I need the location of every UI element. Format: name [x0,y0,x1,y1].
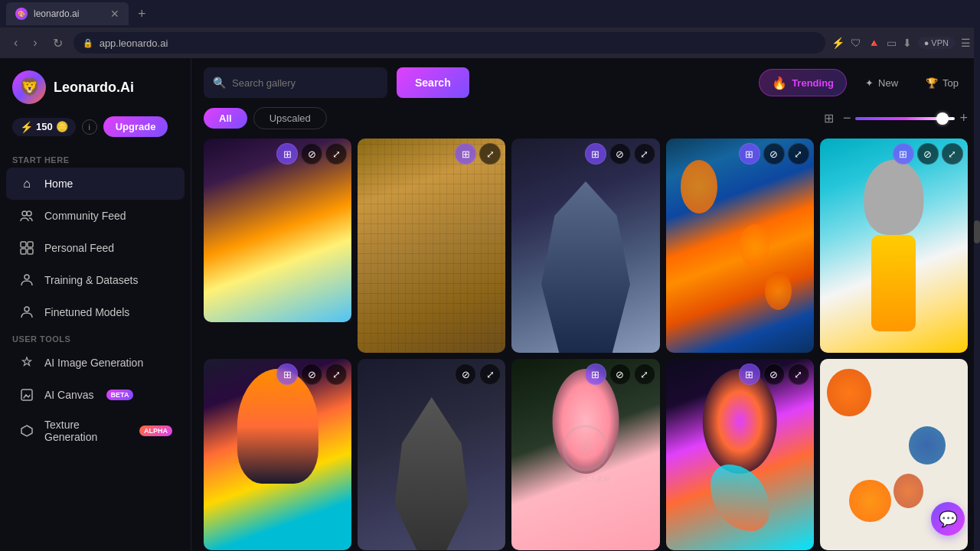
sidebar-item-community-feed[interactable]: Community Feed [6,200,185,232]
remix-button-9[interactable]: ⊞ [739,364,760,385]
remix-button-3[interactable]: ⊞ [585,143,606,165]
refresh-button[interactable]: ↻ [48,33,67,54]
grid-view-icon[interactable]: ⊞ [821,108,837,129]
zoom-minus-button[interactable]: − [843,110,851,126]
expand-button-3[interactable]: ⤢ [634,143,655,165]
new-tab-button[interactable]: + [132,6,152,22]
expand-button-2[interactable]: ⤢ [479,143,501,165]
sidebar-item-home[interactable]: ⌂ Home [6,168,185,200]
action-button-3[interactable]: ⊘ [609,143,631,165]
gallery-scroll[interactable]: ⊞ ⊘ ⤢ ⊞ ⤢ [191,139,980,551]
ai-image-label: AI Image Generation [44,357,143,369]
sidebar-item-texture[interactable]: Texture Generation ALPHA [6,411,185,451]
expand-button-7[interactable]: ⤢ [479,364,501,385]
trending-button[interactable]: 🔥 Trending [759,69,847,96]
sidebar-item-ai-image[interactable]: AI Image Generation [6,347,185,379]
download-icon[interactable]: ⬇ [903,37,912,49]
upgrade-button[interactable]: Upgrade [103,116,168,137]
credits-badge: ⚡ 150 🪙 [12,118,76,136]
extensions-icon[interactable]: ⚡ [831,37,844,49]
gallery-item-6[interactable]: ⊞ ⊘ ⤢ [204,359,351,550]
search-icon: 🔍 [213,77,226,89]
svg-rect-3 [28,242,33,247]
shield-icon[interactable]: 🛡 [851,37,861,49]
action-button-7[interactable]: ⊘ [455,364,476,385]
gallery-item-3[interactable]: ⊞ ⊘ ⤢ [511,139,659,353]
expand-button-8[interactable]: ⤢ [634,364,655,385]
action-button-6[interactable]: ⊘ [301,364,322,385]
profile-icon[interactable]: 🔺 [867,37,880,49]
top-button[interactable]: 🏆 Top [916,69,968,96]
browser-tab[interactable]: 🎨 leonardo.ai ✕ [6,2,129,25]
expand-button-6[interactable]: ⤢ [325,364,347,385]
expand-button-1[interactable]: ⤢ [325,143,347,165]
remix-button-1[interactable]: ⊞ [276,143,298,165]
sidebar: 🦁 Leonardo.Ai ⚡ 150 🪙 i Upgrade Start He… [0,58,191,551]
ai-image-icon [18,354,35,371]
svg-point-1 [27,211,31,216]
remix-button-6[interactable]: ⊞ [276,364,298,385]
new-button[interactable]: ✦ New [856,69,907,96]
zoom-plus-button[interactable]: + [959,110,968,126]
gallery-item-2[interactable]: ⊞ ⤢ [358,139,505,353]
sidebar-item-finetuned[interactable]: Finetuned Models [6,296,185,328]
expand-button-9[interactable]: ⤢ [788,364,809,385]
action-button-8[interactable]: ⊘ [609,364,631,385]
main-content: 🔍 Search 🔥 Trending ✦ New 🏆 Top All Upsc… [191,58,980,551]
filter-all-button[interactable]: All [204,108,247,129]
sidebar-toggle[interactable]: ▭ [887,37,897,49]
new-icon: ✦ [865,77,874,89]
back-button[interactable]: ‹ [9,33,22,53]
chat-button[interactable]: 💬 [931,502,965,536]
trend-icon: 🔥 [772,76,787,90]
alpha-badge: ALPHA [139,425,172,436]
sidebar-item-ai-canvas[interactable]: AI Canvas BETA [6,379,185,411]
start-here-label: Start Here [0,149,191,168]
remix-button-4[interactable]: ⊞ [739,143,760,165]
sidebar-logo: 🦁 Leonardo.Ai [0,70,191,116]
item-overlay-1: ⊞ ⊘ ⤢ [276,143,347,165]
slider-track[interactable] [855,117,955,120]
remix-button-5[interactable]: ⊞ [893,143,914,165]
filter-upscaled-button[interactable]: Upscaled [253,107,327,129]
gallery-item-9[interactable]: ⊞ ⊘ ⤢ [666,359,814,550]
watermark: ® RRCG 人人素材 [549,407,623,503]
tab-close-button[interactable]: ✕ [110,8,119,20]
gallery-item-8[interactable]: ⊞ ⊘ ⤢ ® RRCG 人人素材 [511,359,659,550]
expand-button-5[interactable]: ⤢ [942,143,963,165]
credits-info-button[interactable]: i [82,119,97,135]
item-overlay-8: ⊞ ⊘ ⤢ [585,364,655,385]
action-button-5[interactable]: ⊘ [917,143,939,165]
gallery-item-5[interactable]: ⊞ ⊘ ⤢ [820,139,968,353]
right-scrollbar[interactable] [974,58,980,551]
sidebar-item-personal-feed[interactable]: Personal Feed [6,232,185,264]
sidebar-item-training[interactable]: Training & Datasets [6,264,185,296]
action-button-9[interactable]: ⊘ [763,364,785,385]
nav-bar: ‹ › ↻ 🔒 app.leonardo.ai ⚡ 🛡 🔺 ▭ ⬇ ● VPN … [0,28,980,58]
search-input[interactable] [232,77,378,89]
finetuned-icon [18,304,35,321]
sidebar-item-home-label: Home [44,178,73,190]
logo-avatar: 🦁 [12,70,46,104]
gallery-grid: ⊞ ⊘ ⤢ ⊞ ⤢ [204,139,968,550]
action-button-1[interactable]: ⊘ [301,143,322,165]
remix-button-8[interactable]: ⊞ [585,364,606,385]
address-bar[interactable]: 🔒 app.leonardo.ai [74,32,825,54]
action-button-4[interactable]: ⊘ [763,143,785,165]
search-button[interactable]: Search [397,67,469,98]
forward-button[interactable]: › [28,33,41,53]
expand-button-4[interactable]: ⤢ [788,143,809,165]
menu-icon[interactable]: ☰ [961,37,971,49]
credits-value: 150 [36,121,53,132]
gallery-item-4[interactable]: ⊞ ⊘ ⤢ [666,139,814,353]
zoom-slider[interactable]: − + [843,110,968,126]
remix-button-2[interactable]: ⊞ [455,143,476,165]
community-icon [18,207,35,224]
gallery-item-1[interactable]: ⊞ ⊘ ⤢ [204,139,351,322]
lock-icon: 🔒 [83,38,93,48]
item-overlay-6: ⊞ ⊘ ⤢ [276,364,347,385]
texture-icon [18,422,35,439]
item-overlay-4: ⊞ ⊘ ⤢ [739,143,809,165]
gallery-item-7[interactable]: ⊘ ⤢ [358,359,505,550]
training-label: Training & Datasets [44,274,138,286]
